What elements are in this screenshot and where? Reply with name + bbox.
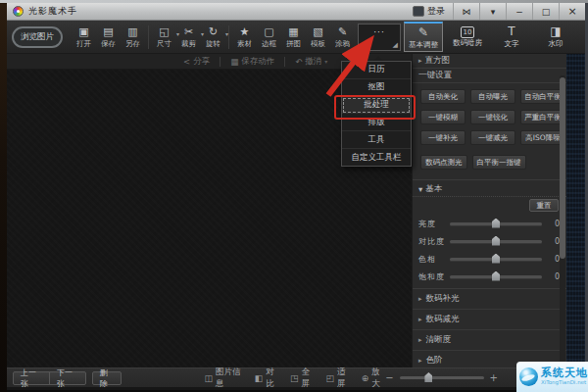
section-label: 色阶 xyxy=(426,355,443,367)
toolbar-collage-button[interactable]: ▦ 拼图 xyxy=(281,23,306,52)
fullscreen-button[interactable]: ◳ 全屏 xyxy=(290,367,315,390)
toolbar-rotate-button[interactable]: ↻ 旋转 ▾ xyxy=(201,23,225,52)
oneclick-filllight-button[interactable]: 一键补光 xyxy=(420,130,466,145)
oneclick-label: 一键设置 xyxy=(418,70,452,81)
view-tools: ◫ 图片信息 ◧ 对比 ◳ 全屏 ◰ 适屏 ⊕ 放大 xyxy=(204,367,385,390)
panel-edge-texture xyxy=(566,54,585,390)
zoom-slider[interactable] xyxy=(400,376,484,379)
watermark-title: 系统天地 xyxy=(541,368,588,378)
login-button[interactable]: 登录 xyxy=(405,3,453,20)
login-label: 登录 xyxy=(427,5,445,18)
undo-icon: ↶ xyxy=(295,57,302,67)
oneclick-sharpen-button[interactable]: 一键锐化 xyxy=(470,110,515,124)
share-button[interactable]: < 分享 xyxy=(183,56,210,68)
oneclick-blur-button[interactable]: 一键模糊 xyxy=(420,110,466,124)
save-action-button[interactable]: ▦ 保存动作 xyxy=(230,56,274,68)
zoom-in-icon[interactable]: + xyxy=(490,372,498,383)
open-icon: ▣ xyxy=(78,26,88,39)
metering-button-row: 数码点测光 白平衡一指键 xyxy=(413,145,566,177)
spot-metering-button[interactable]: 数码点测光 xyxy=(420,155,467,170)
section-digital-filllight[interactable]: ▸ 数码补光 xyxy=(413,289,566,310)
tab-watermark[interactable]: ◨ 水印 xyxy=(536,22,575,52)
tab-text[interactable]: T 文字 xyxy=(492,22,531,52)
contrast-slider[interactable] xyxy=(450,240,542,243)
toolbar-crop-button[interactable]: ✂ 裁剪 ▾ xyxy=(176,23,201,52)
edit-square-icon: ✎ xyxy=(418,26,428,40)
slider-thumb[interactable] xyxy=(492,236,500,246)
toolbar-frame-button[interactable]: ▢ 边框 xyxy=(257,23,281,52)
toolbar-open-button[interactable]: ▣ 打开 xyxy=(72,23,96,52)
chevron-right-icon: ▸ xyxy=(418,57,422,65)
compare-button[interactable]: ◧ 对比 xyxy=(255,367,279,390)
section-digital-dimlight[interactable]: ▸ 数码减光 xyxy=(413,310,566,330)
toolbar-resize-button[interactable]: ◱ 尺寸 ▾ xyxy=(152,23,176,52)
tab-basic-adjust[interactable]: ✎ 基本调整 xyxy=(404,22,443,52)
section-clarity[interactable]: ▸ 清晰度 xyxy=(413,330,566,351)
next-image-button[interactable]: 下一张 xyxy=(49,371,86,385)
chevron-down-icon[interactable]: ▾ xyxy=(225,30,228,37)
slider-thumb[interactable] xyxy=(492,271,500,281)
previous-image-button[interactable]: 上一张 xyxy=(13,371,50,385)
saturation-label: 饱和度 xyxy=(418,271,450,282)
material-star-icon: ★ xyxy=(240,26,250,39)
text-t-icon: T xyxy=(508,25,514,39)
maximize-button[interactable]: □ xyxy=(532,3,559,20)
auto-beautify-button[interactable]: 自动美化 xyxy=(420,89,466,104)
compare-label: 对比 xyxy=(266,367,279,390)
histogram-section-header[interactable]: ▸ 直方图 xyxy=(413,54,566,69)
crop-label: 裁剪 xyxy=(181,39,196,48)
skin-button[interactable]: ⋈ xyxy=(453,3,479,20)
screen: 光影魔术手 登录 ⋈ ▾ − □ × 浏览图片 ▣ 打开 ▤ xyxy=(0,0,588,392)
toolbar-saveas-button[interactable]: ▥ 另存 xyxy=(121,23,145,52)
saturation-slider-row: 饱和度 0 xyxy=(413,268,566,285)
toolbar-save-button[interactable]: ▤ 保存 xyxy=(96,23,121,52)
zoom-slider-thumb[interactable] xyxy=(424,372,432,382)
fit-screen-icon: ◰ xyxy=(325,373,334,383)
minimize-button[interactable]: − xyxy=(506,3,532,20)
panel-divider xyxy=(413,179,566,180)
image-info-button[interactable]: ◫ 图片信息 xyxy=(204,367,243,390)
delete-button[interactable]: 删除 xyxy=(92,371,122,385)
annotation-arrow xyxy=(313,34,381,103)
menu-dropdown-button[interactable]: ▾ xyxy=(479,3,506,20)
basic-section-header[interactable]: ▾ 基本 xyxy=(413,182,566,197)
panel-scrollbar[interactable] xyxy=(560,75,565,366)
oneclick-section-header[interactable]: 一键设置 xyxy=(413,69,566,83)
tab-basic-adjust-label: 基本调整 xyxy=(409,40,438,49)
browse-pictures-button[interactable]: 浏览图片 xyxy=(12,26,63,48)
section-label: 清晰度 xyxy=(426,334,452,346)
actionbar-separator xyxy=(284,57,285,67)
menu-item-tools[interactable]: 工具 xyxy=(342,131,411,149)
brightness-label: 亮度 xyxy=(418,219,450,229)
scrollbar-thumb[interactable] xyxy=(560,77,565,259)
toolbar-material-button[interactable]: ★ 素材 xyxy=(232,23,257,52)
oneclick-dimlight-button[interactable]: 一键减光 xyxy=(470,130,515,145)
chevron-right-icon: ▸ xyxy=(418,316,422,323)
whitebalance-onetouch-button[interactable]: 白平衡一指键 xyxy=(472,155,526,170)
fullscreen-label: 全屏 xyxy=(302,367,316,390)
hue-value: 0 xyxy=(542,255,560,264)
chevron-right-icon: ▸ xyxy=(418,295,422,303)
slider-thumb[interactable] xyxy=(492,219,500,228)
brightness-slider[interactable] xyxy=(450,222,542,225)
actionbar-separator xyxy=(220,57,220,67)
close-button[interactable]: × xyxy=(559,3,585,20)
zoom-out-icon[interactable]: − xyxy=(385,372,393,383)
slider-thumb[interactable] xyxy=(492,254,500,264)
saturation-slider[interactable] xyxy=(450,275,542,278)
zoom-control: − + xyxy=(385,372,498,383)
tab-watermark-label: 水印 xyxy=(549,39,564,48)
reset-button[interactable]: 重置 xyxy=(529,199,559,212)
auto-exposure-button[interactable]: 自动曝光 xyxy=(470,89,515,104)
tab-digital-darkroom[interactable]: 10 数码暗房 xyxy=(448,22,487,52)
reset-row: 重置 xyxy=(413,197,566,215)
menu-item-customize-toolbar[interactable]: 自定义工具栏 xyxy=(342,149,411,166)
chevron-right-icon: ▸ xyxy=(418,357,422,365)
zoom-in-button[interactable]: ⊕ 放大 xyxy=(362,367,385,390)
fit-screen-button[interactable]: ◰ 适屏 xyxy=(325,367,350,390)
avatar xyxy=(413,6,424,17)
hue-slider[interactable] xyxy=(450,258,542,261)
save-action-icon: ▦ xyxy=(230,57,238,67)
minimize-icon: − xyxy=(515,7,523,17)
hue-slider-row: 色相 0 xyxy=(413,250,566,268)
